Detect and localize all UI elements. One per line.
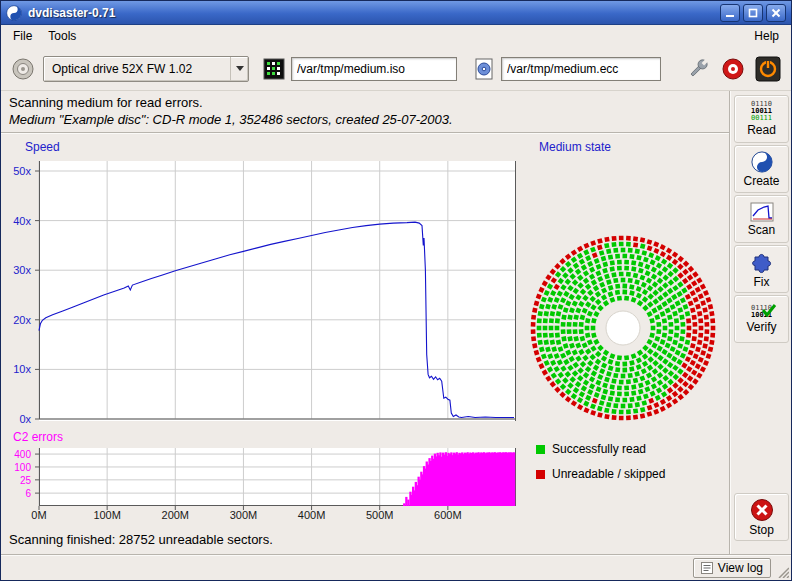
legend-success: Successfully read [536,442,646,456]
legend-success-label: Successfully read [552,442,646,456]
ecc-file-input[interactable] [501,57,661,81]
quit-button[interactable] [755,56,781,82]
tick-label: 0x [19,413,31,425]
chevron-down-icon [230,57,248,81]
tick-label: 100 [14,462,31,473]
tick-label: 400M [290,509,334,521]
verify-icon: 01110 10011 [751,305,772,319]
tick-label: 100M [85,509,129,521]
sidebar-separator [729,91,731,554]
legend-unreadable: Unreadable / skipped [536,467,665,481]
check-icon [761,303,777,317]
close-icon [771,8,781,18]
menubar: File Tools Help [1,25,791,47]
menu-tools[interactable]: Tools [40,26,84,46]
minimize-button[interactable] [720,4,740,22]
medium-info: Medium "Example disc": CD-R mode 1, 3524… [9,112,453,127]
yin-yang-icon [751,151,773,173]
legend-swatch-unreadable [536,470,545,479]
close-button[interactable] [766,4,786,22]
verify-button-label: Verify [746,320,776,334]
binary-read-icon: 01110 10011 00111 [751,101,772,122]
power-icon [755,56,781,82]
read-button[interactable]: 01110 10011 00111 Read [734,95,789,143]
titlebar[interactable]: dvdisaster-0.71 [1,1,791,25]
view-log-label: View log [718,561,763,575]
verify-button[interactable]: 01110 10011 Verify [734,295,789,343]
statusbar: View log [1,556,791,580]
menu-help[interactable]: Help [746,26,787,46]
tick-label: 10x [13,363,31,375]
speed-y-axis: 0x10x20x30x40x50x [1,161,35,421]
drive-selector-value: Optical drive 52X FW 1.02 [44,62,230,76]
stop-button-label: Stop [749,523,774,537]
tick-label: 20x [13,314,31,326]
ecc-file-icon [473,58,495,80]
help-icon [721,57,745,81]
window-title: dvdisaster-0.71 [28,6,115,20]
scan-result-message: Scanning finished: 28752 unreadable sect… [9,532,273,547]
log-icon [701,562,713,574]
create-button-label: Create [743,174,779,188]
c2-y-axis: 625100400 [1,448,35,506]
tick-label: 25 [20,475,31,486]
help-button[interactable] [721,57,745,81]
c2-bars [403,452,515,506]
app-window: dvdisaster-0.71 File Tools Help [0,0,792,581]
header-separator [1,132,730,134]
status-heading: Scanning medium for read errors. [9,95,203,110]
scan-chart-icon [750,202,774,222]
speed-chart-title: Speed [25,140,60,154]
resize-grip[interactable] [776,565,789,578]
tick-label: 30x [13,264,31,276]
maximize-icon [748,8,758,18]
toolbar: Optical drive 52X FW 1.02 [1,47,791,91]
tick-label: 6 [25,488,31,499]
drive-status-icon [11,57,35,81]
app-logo-icon [6,5,22,21]
image-file-icon [263,58,285,80]
tick-label: 200M [153,509,197,521]
scan-button-label: Scan [748,223,775,237]
stop-button[interactable]: Stop [734,493,789,541]
tick-label: 500M [358,509,402,521]
legend-swatch-success [536,445,545,454]
tick-label: 50x [13,165,31,177]
read-button-label: Read [747,123,776,137]
legend-unreadable-label: Unreadable / skipped [552,467,665,481]
c2-errors-title: C2 errors [13,430,63,444]
create-button[interactable]: Create [734,145,789,193]
fix-button-label: Fix [754,275,770,289]
tick-label: 400 [14,449,31,460]
minimize-icon [725,8,735,18]
fix-button[interactable]: Fix [734,245,789,293]
preferences-button[interactable] [685,56,711,82]
speed-chart [39,161,516,421]
medium-state-disc [528,233,718,423]
x-axis: 0M100M200M300M400M500M600M [39,509,516,523]
wrench-icon [685,56,711,82]
c2-errors-chart [39,448,516,506]
view-log-button[interactable]: View log [693,558,771,578]
drive-selector[interactable]: Optical drive 52X FW 1.02 [43,56,249,82]
tick-label: 0M [17,509,61,521]
maximize-button[interactable] [743,4,763,22]
tick-label: 600M [426,509,470,521]
puzzle-icon [750,250,774,274]
tick-label: 300M [221,509,265,521]
scan-button[interactable]: Scan [734,195,789,243]
image-file-input[interactable] [291,57,457,81]
tick-label: 40x [13,215,31,227]
stop-icon [750,498,774,522]
menu-file[interactable]: File [5,26,40,46]
medium-state-title: Medium state [539,140,611,154]
